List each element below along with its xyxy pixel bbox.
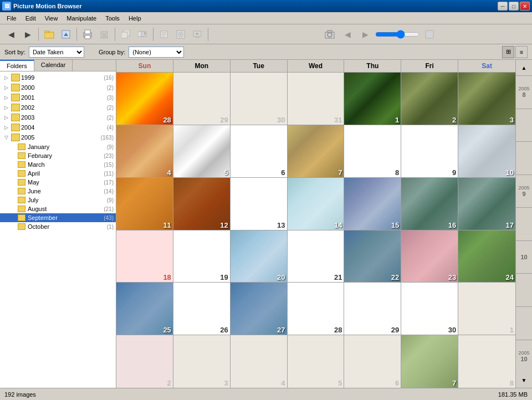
- svg-rect-0: [44, 32, 54, 38]
- zoom-button[interactable]: [422, 27, 437, 42]
- folder-october[interactable]: October (1): [0, 222, 116, 231]
- cal-cell-41[interactable]: 8: [458, 335, 515, 388]
- cal-cell-8[interactable]: 5: [173, 125, 231, 178]
- folder-september[interactable]: September (43): [0, 213, 116, 222]
- menu-manipulate[interactable]: Manipulate: [62, 14, 101, 23]
- slideshow-button[interactable]: [190, 27, 205, 42]
- folder-2000[interactable]: ▷ 2000 (2): [0, 83, 116, 93]
- cal-cell-34[interactable]: 1: [458, 283, 515, 335]
- cal-cell-29[interactable]: 26: [173, 283, 231, 335]
- cal-cell-14[interactable]: 11: [116, 178, 173, 230]
- cal-cell-31[interactable]: 28: [288, 283, 345, 335]
- zoom-slider[interactable]: [375, 30, 420, 39]
- cal-cell-11[interactable]: 8: [344, 125, 401, 178]
- cal-cell-6[interactable]: 3: [458, 73, 515, 125]
- cal-cell-25[interactable]: 22: [344, 230, 401, 283]
- menu-tools[interactable]: Tools: [101, 14, 124, 23]
- close-button[interactable]: ✕: [520, 2, 530, 11]
- cal-cell-9[interactable]: 6: [231, 125, 288, 178]
- header-thu: Thu: [344, 60, 401, 72]
- move-button[interactable]: [135, 27, 150, 42]
- menu-file[interactable]: File: [2, 14, 21, 23]
- cal-cell-37[interactable]: 4: [231, 335, 288, 388]
- cal-cell-30[interactable]: 27: [231, 283, 288, 335]
- folder-2002[interactable]: ▷ 2002 (2): [0, 102, 116, 112]
- cal-cell-22[interactable]: 19: [173, 230, 231, 283]
- cal-cell-16[interactable]: 13: [231, 178, 288, 230]
- delete-button[interactable]: [96, 27, 112, 42]
- minimize-button[interactable]: ─: [498, 2, 508, 11]
- cal-cell-13[interactable]: 10: [458, 125, 515, 178]
- back-button[interactable]: ◀: [3, 27, 19, 42]
- list-view-button[interactable]: ≡: [515, 46, 528, 58]
- menu-view[interactable]: View: [40, 14, 63, 23]
- cal-cell-0[interactable]: 28: [116, 73, 173, 125]
- cal-cell-5[interactable]: 2: [401, 73, 458, 125]
- cal-cell-21[interactable]: 18: [116, 230, 173, 283]
- camera-button[interactable]: [322, 27, 337, 42]
- cal-cell-15[interactable]: 12: [173, 178, 231, 230]
- window-controls[interactable]: ─ □ ✕: [498, 2, 530, 11]
- arrow-left-button[interactable]: ◀: [340, 27, 355, 42]
- cal-cell-17[interactable]: 14: [288, 178, 345, 230]
- folder-1999[interactable]: ▷ 1999 (16): [0, 73, 116, 83]
- week-nav-down[interactable]: ▼: [516, 372, 532, 388]
- folder-2004[interactable]: ▷ 2004 (4): [0, 122, 116, 132]
- folder-2003[interactable]: ▷ 2003 (2): [0, 112, 116, 122]
- cal-cell-19[interactable]: 16: [401, 178, 458, 230]
- folder-may[interactable]: May (17): [0, 178, 116, 187]
- folder-august[interactable]: August (21): [0, 204, 116, 213]
- cal-num-1: 29: [220, 116, 228, 124]
- cal-cell-33[interactable]: 30: [401, 283, 458, 335]
- cal-cell-26[interactable]: 23: [401, 230, 458, 283]
- cal-num-6: 3: [510, 116, 514, 124]
- cal-cell-4[interactable]: 1: [344, 73, 401, 125]
- folder-2001[interactable]: ▷ 2001 (3): [0, 93, 116, 102]
- forward-button[interactable]: ▶: [20, 27, 35, 42]
- folder-2005[interactable]: ▽ 2005 (163): [0, 132, 116, 142]
- cal-cell-10[interactable]: 7: [288, 125, 345, 178]
- cal-cell-40[interactable]: 7: [401, 335, 458, 388]
- cal-cell-38[interactable]: 5: [288, 335, 345, 388]
- sort-select[interactable]: Date Taken: [29, 47, 84, 58]
- view-button[interactable]: [173, 27, 188, 42]
- tab-folders[interactable]: Folders: [0, 60, 34, 71]
- folder-button[interactable]: [42, 27, 57, 42]
- print-button[interactable]: [80, 27, 95, 42]
- folder-january[interactable]: January (9): [0, 142, 116, 151]
- cal-cell-23[interactable]: 20: [231, 230, 288, 283]
- tab-calendar[interactable]: Calendar: [34, 60, 73, 71]
- cal-cell-27[interactable]: 24: [458, 230, 515, 283]
- menu-help[interactable]: Help: [124, 14, 146, 23]
- edit-button[interactable]: [156, 27, 172, 42]
- cal-cell-1[interactable]: 29: [173, 73, 231, 125]
- cal-cell-18[interactable]: 15: [344, 178, 401, 230]
- group-select[interactable]: (None) Date Taken Folder Event: [129, 47, 184, 58]
- week-nav-up[interactable]: ▲: [516, 60, 532, 75]
- folder-february[interactable]: February (23): [0, 151, 116, 160]
- menu-edit[interactable]: Edit: [21, 14, 40, 23]
- import-button[interactable]: [58, 27, 74, 42]
- cal-num-39: 6: [395, 380, 399, 387]
- folder-april[interactable]: April (11): [0, 169, 116, 178]
- cal-cell-3[interactable]: 31: [288, 73, 345, 125]
- cal-cell-7[interactable]: 4: [116, 125, 173, 178]
- cal-cell-35[interactable]: 2: [116, 335, 173, 388]
- cal-cell-39[interactable]: 6: [344, 335, 401, 388]
- copy-button[interactable]: [118, 27, 134, 42]
- cal-num-14: 11: [163, 222, 171, 229]
- folder-march[interactable]: March (15): [0, 160, 116, 169]
- grid-view-button[interactable]: ⊞: [502, 46, 514, 58]
- folder-july[interactable]: July (9): [0, 196, 116, 204]
- cal-cell-20[interactable]: 17: [458, 178, 515, 230]
- cal-cell-2[interactable]: 30: [231, 73, 288, 125]
- cal-cell-12[interactable]: 9: [401, 125, 458, 178]
- cal-cell-28[interactable]: 25: [116, 283, 173, 335]
- cal-cell-36[interactable]: 3: [173, 335, 231, 388]
- cal-cell-24[interactable]: 21: [288, 230, 345, 283]
- cal-cell-32[interactable]: 29: [344, 283, 401, 335]
- folder-june[interactable]: June (14): [0, 187, 116, 196]
- arrow-right-button[interactable]: ▶: [357, 27, 373, 42]
- folder-name-may: May: [28, 179, 103, 186]
- maximize-button[interactable]: □: [509, 2, 519, 11]
